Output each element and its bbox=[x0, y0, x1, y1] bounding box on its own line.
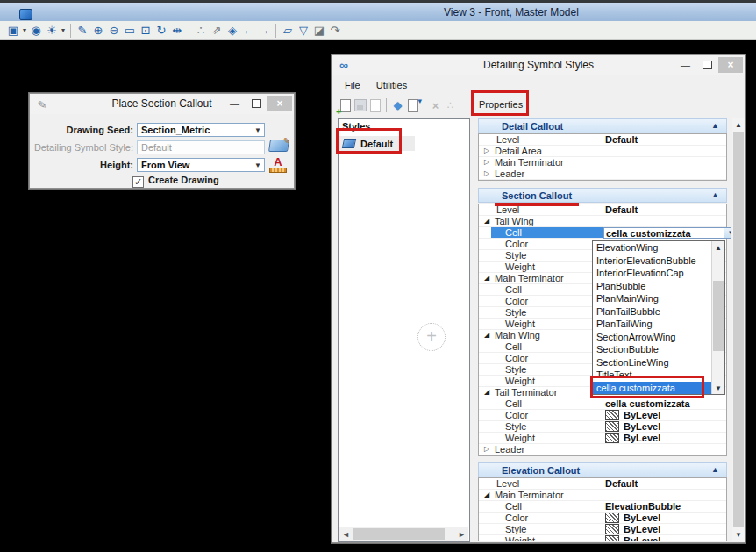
pan-view-icon[interactable]: ⇹ bbox=[169, 23, 185, 39]
clip-mask-icon[interactable]: ◪ bbox=[311, 23, 327, 39]
property-label-cell[interactable]: ▷Detail Area bbox=[479, 146, 603, 156]
property-label-cell[interactable]: ▷Leader bbox=[479, 168, 603, 179]
dropdown-item[interactable]: InteriorElevationBubble bbox=[593, 254, 711, 268]
property-row[interactable]: StyleByLevel bbox=[479, 524, 726, 535]
property-label-cell[interactable]: ◢Main Terminator bbox=[479, 273, 603, 283]
tree-collapse-icon[interactable]: ◢ bbox=[484, 274, 489, 282]
property-label-cell[interactable]: Color bbox=[479, 410, 603, 420]
property-row[interactable]: StyleByLevel bbox=[479, 421, 726, 433]
update-view-icon[interactable]: ✎ bbox=[75, 23, 90, 39]
property-row[interactable]: LevelDefault bbox=[479, 134, 726, 146]
property-value-cell[interactable]: Default bbox=[603, 134, 726, 145]
property-value-cell[interactable]: ByLevel bbox=[603, 524, 726, 534]
property-label-cell[interactable]: Color bbox=[479, 353, 603, 363]
property-label-cell[interactable]: Style bbox=[479, 524, 603, 534]
property-label-cell[interactable]: Style bbox=[479, 307, 603, 318]
property-value-cell[interactable] bbox=[603, 216, 726, 226]
styles-dialog-titlebar[interactable]: ∞ Detailing Symbol Styles — × bbox=[332, 55, 745, 75]
property-label-cell[interactable]: Weight bbox=[479, 319, 603, 329]
scrollbar-thumb[interactable] bbox=[733, 132, 744, 527]
create-drawing-checkbox[interactable]: ✓ bbox=[132, 176, 144, 188]
fit-view-icon[interactable]: ⊡ bbox=[138, 23, 153, 39]
property-label-cell[interactable]: ◢Tail Terminator bbox=[479, 387, 603, 398]
apply-style-button[interactable]: ▾ bbox=[405, 98, 420, 113]
property-label-cell[interactable]: Weight bbox=[479, 433, 603, 443]
collapse-chevron-icon[interactable]: ▲ bbox=[711, 121, 719, 130]
minimize-button[interactable]: — bbox=[674, 57, 696, 73]
property-label-cell[interactable]: ▷Leader bbox=[479, 444, 603, 455]
property-label-cell[interactable]: Cell bbox=[479, 398, 603, 409]
property-row[interactable]: WeightByLevel bbox=[479, 433, 726, 444]
detailing-style-picker-icon[interactable] bbox=[268, 140, 289, 152]
place-dialog-titlebar[interactable]: ✎ Place Section Callout — × bbox=[30, 94, 294, 114]
render-mode-icon[interactable]: ◉ bbox=[28, 23, 44, 39]
property-label-cell[interactable]: Color bbox=[479, 513, 603, 523]
tree-collapse-icon[interactable]: ◢ bbox=[484, 331, 489, 339]
property-label-cell[interactable]: Style bbox=[479, 421, 603, 432]
property-value-cell[interactable] bbox=[603, 444, 726, 455]
zoom-in-icon[interactable]: ⊕ bbox=[90, 23, 106, 39]
property-value-cell[interactable] bbox=[603, 490, 726, 500]
scroll-left-icon[interactable]: ◄ bbox=[339, 527, 353, 541]
property-label-cell[interactable]: Cell bbox=[479, 501, 603, 512]
maximize-button[interactable] bbox=[246, 96, 267, 111]
property-value-cell[interactable]: ByLevel bbox=[603, 410, 726, 420]
view-redo-icon[interactable]: ↷ bbox=[327, 23, 343, 39]
property-value-cell[interactable]: Default bbox=[603, 478, 726, 489]
property-label-cell[interactable]: ▷Main Terminator bbox=[479, 157, 603, 168]
property-label-cell[interactable]: Level bbox=[479, 134, 603, 145]
dropdown-item[interactable]: SectionArrowWing bbox=[593, 331, 711, 344]
dropdown-item[interactable]: InteriorElevationCap bbox=[593, 267, 711, 280]
property-value-cell[interactable]: ByLevel bbox=[603, 421, 726, 432]
property-label-cell[interactable]: ◢Main Terminator bbox=[479, 490, 603, 500]
property-row[interactable]: ColorByLevel bbox=[479, 410, 726, 421]
property-label-cell[interactable]: Cell bbox=[479, 284, 603, 295]
property-value-cell[interactable] bbox=[603, 146, 726, 156]
property-value-cell[interactable] bbox=[603, 157, 726, 168]
property-label-cell[interactable]: Cell bbox=[491, 227, 603, 238]
menu-utilities[interactable]: Utilities bbox=[376, 80, 407, 90]
tree-expand-icon[interactable]: ▷ bbox=[484, 445, 489, 453]
dropdown-item[interactable]: SectionLineWing bbox=[593, 356, 711, 369]
property-row[interactable]: ◢Main Terminator bbox=[479, 490, 726, 501]
close-button[interactable]: × bbox=[267, 96, 292, 111]
property-row[interactable]: ▷Main Terminator bbox=[479, 157, 726, 168]
style-gallery-button[interactable]: ◆ bbox=[390, 98, 405, 113]
vertical-scrollbar[interactable]: ▲ ▼ bbox=[732, 118, 745, 541]
scroll-up-icon[interactable]: ▲ bbox=[732, 118, 745, 131]
dropdown-item[interactable]: PlanTailBubble bbox=[593, 305, 711, 319]
property-label-cell[interactable]: Style bbox=[479, 364, 603, 375]
tree-expand-icon[interactable]: ▷ bbox=[484, 147, 489, 154]
property-value-cell[interactable]: ByLevel bbox=[603, 513, 726, 523]
scroll-up-icon[interactable]: ▲ bbox=[712, 241, 724, 254]
view-titlebar[interactable]: View 3 - Front, Master Model bbox=[0, 0, 756, 21]
reset-style-button[interactable]: ∴ bbox=[443, 98, 458, 113]
property-label-cell[interactable]: Level bbox=[479, 478, 603, 489]
dropdown-caret-icon[interactable]: ▾ bbox=[21, 26, 28, 34]
dropdown-item[interactable]: PlanMainWing bbox=[593, 292, 711, 305]
tree-expand-icon[interactable]: ▷ bbox=[484, 158, 489, 166]
property-label-cell[interactable]: Color bbox=[479, 296, 603, 306]
property-label-cell[interactable]: Weight bbox=[479, 376, 603, 386]
property-label-cell[interactable]: Weight bbox=[479, 535, 603, 541]
dropdown-caret-icon[interactable]: ▾ bbox=[60, 26, 67, 34]
menu-file[interactable]: File bbox=[345, 80, 360, 90]
scroll-right-icon[interactable]: ► bbox=[455, 527, 468, 541]
property-value-cell[interactable]: Default bbox=[603, 204, 726, 215]
group-header-elevation-callout[interactable]: Elevation Callout ▲ bbox=[478, 462, 727, 477]
copy-view-icon[interactable]: ▱ bbox=[280, 23, 296, 39]
zoom-window-icon[interactable]: ▭ bbox=[122, 23, 138, 39]
property-label-cell[interactable]: ◢Main Wing bbox=[479, 330, 603, 341]
zoom-out-icon[interactable]: ⊖ bbox=[106, 23, 122, 39]
new-style-button[interactable]: + bbox=[338, 98, 353, 113]
property-label-cell[interactable]: Style bbox=[479, 250, 603, 261]
property-value-cell[interactable]: ElevationBubble bbox=[603, 501, 726, 512]
property-value-cell[interactable]: cella customizzata bbox=[603, 398, 726, 409]
property-label-cell[interactable]: Color bbox=[479, 239, 603, 249]
property-label-cell[interactable]: Cell bbox=[479, 341, 603, 352]
scroll-down-icon[interactable]: ▼ bbox=[712, 382, 724, 394]
height-select[interactable]: From View ▼ bbox=[137, 158, 265, 172]
property-row[interactable]: WeightByLevel bbox=[479, 535, 726, 541]
property-value-cell[interactable] bbox=[603, 168, 726, 179]
collapse-chevron-icon[interactable]: ▲ bbox=[711, 465, 719, 474]
